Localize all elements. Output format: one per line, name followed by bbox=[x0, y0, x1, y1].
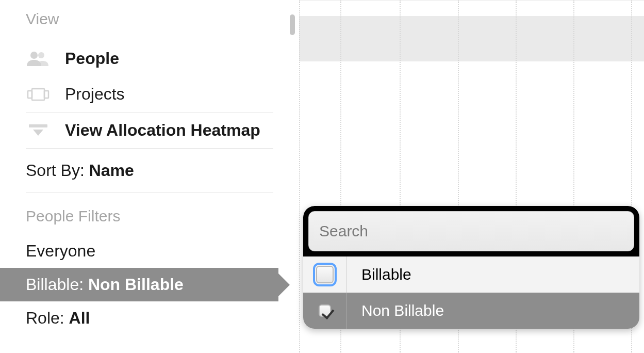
people-filters-header: People Filters bbox=[26, 207, 273, 225]
filter-role-value: All bbox=[69, 309, 90, 327]
grid-header-band bbox=[299, 16, 644, 61]
heatmap-icon bbox=[26, 121, 51, 140]
scrollbar-thumb[interactable] bbox=[290, 14, 295, 35]
billable-filter-popup: BillableNon Billable bbox=[303, 206, 639, 329]
filter-billable[interactable]: Billable: Non Billable bbox=[0, 268, 278, 301]
view-section-header: View bbox=[26, 10, 273, 28]
popup-checkbox-cell bbox=[303, 256, 347, 293]
sort-prefix: Sort By: bbox=[26, 161, 89, 180]
heatmap-label: View Allocation Heatmap bbox=[65, 121, 260, 140]
checkbox[interactable] bbox=[316, 266, 334, 283]
popup-option-label: Billable bbox=[347, 266, 639, 283]
popup-option-non-billable[interactable]: Non Billable bbox=[303, 293, 639, 329]
svg-point-0 bbox=[30, 52, 38, 59]
search-input[interactable] bbox=[308, 211, 634, 251]
projects-label: Projects bbox=[65, 85, 125, 104]
filter-role[interactable]: Role: All bbox=[26, 301, 273, 335]
svg-rect-3 bbox=[28, 91, 32, 98]
svg-point-1 bbox=[38, 52, 44, 58]
filter-everyone[interactable]: Everyone bbox=[26, 234, 273, 268]
filter-billable-value: Non Billable bbox=[88, 275, 184, 294]
people-icon bbox=[26, 50, 51, 68]
sort-by-row[interactable]: Sort By: Name bbox=[26, 149, 273, 193]
svg-rect-5 bbox=[29, 124, 47, 127]
popup-checkbox-cell bbox=[303, 293, 347, 329]
svg-rect-4 bbox=[44, 91, 48, 98]
projects-icon bbox=[26, 85, 51, 104]
svg-rect-2 bbox=[32, 89, 44, 100]
filter-everyone-label: Everyone bbox=[26, 242, 95, 260]
checkbox[interactable] bbox=[319, 304, 331, 317]
popup-search-wrap bbox=[303, 206, 639, 256]
filter-role-prefix: Role: bbox=[26, 309, 69, 327]
popup-option-label: Non Billable bbox=[347, 302, 639, 319]
popup-option-billable[interactable]: Billable bbox=[303, 256, 639, 293]
grid-header bbox=[299, 1, 644, 61]
sort-value: Name bbox=[89, 161, 134, 180]
sidebar-item-people[interactable]: People bbox=[26, 41, 273, 76]
sidebar-item-projects[interactable]: Projects bbox=[26, 76, 273, 113]
sidebar: View People Projects bbox=[0, 0, 299, 353]
filter-billable-prefix: Billable: bbox=[26, 275, 88, 294]
people-label: People bbox=[65, 49, 119, 68]
grid-column-divider bbox=[299, 1, 300, 353]
sidebar-item-heatmap[interactable]: View Allocation Heatmap bbox=[26, 113, 273, 149]
